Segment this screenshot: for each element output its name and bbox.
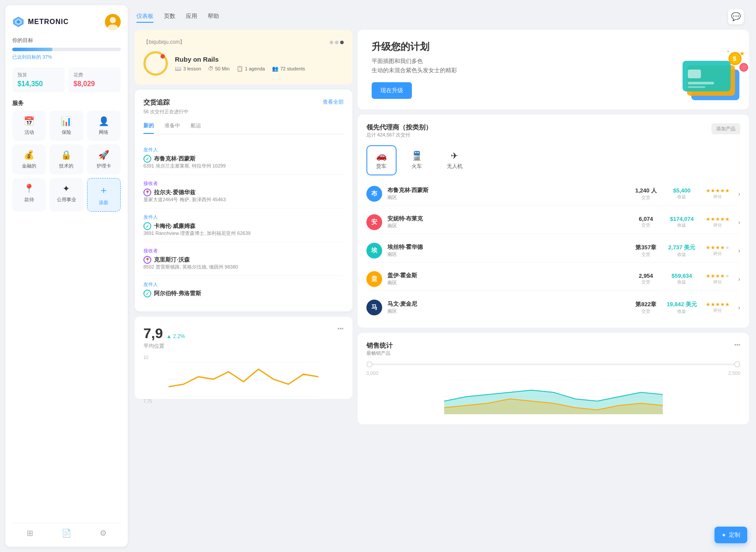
nav-pages[interactable]: 页数 xyxy=(164,10,175,23)
stats-main: 7,9 ▲ 2.2% 平均位置 xyxy=(143,325,185,350)
upgrade-button[interactable]: 现在升级 xyxy=(372,82,412,99)
agent-name-1: 布鲁克林·西蒙斯 xyxy=(387,186,626,194)
agent-trans-lbl-1: 交货 xyxy=(631,195,661,201)
agent-trans-val-4: 2,954 xyxy=(631,273,661,279)
service-item-insurance[interactable]: 📊 保险 xyxy=(49,111,83,141)
agenda-text: 1 agenda xyxy=(245,66,265,71)
agent-arrow-2[interactable]: › xyxy=(738,219,740,226)
spend-card: 花费 $8,029 xyxy=(68,67,121,92)
svg-rect-12 xyxy=(688,70,701,78)
document-icon[interactable]: 📄 xyxy=(62,528,71,538)
customize-button[interactable]: ✦ 定制 xyxy=(714,527,747,543)
tech-label: 技术的 xyxy=(59,163,73,169)
agent-trans-lbl-5: 交货 xyxy=(631,308,661,314)
settings-icon[interactable]: ⚙ xyxy=(100,528,107,538)
sales-more-icon[interactable]: ••• xyxy=(734,342,740,348)
time-text: 50 Min xyxy=(215,66,230,71)
delivery-item-1: 发件人 ✓ 布鲁克林·西蒙斯 6391 埃尔兰圭塞莱斯, 特拉华州 10299 xyxy=(143,141,344,175)
agent-trans-5: 第822章 交货 xyxy=(631,300,661,314)
agent-arrow-3[interactable]: › xyxy=(738,247,740,254)
sales-title-group: 销售统计 最畅销产品 xyxy=(366,342,393,362)
upgrade-illustration: $ ★ ✦ xyxy=(665,43,735,96)
course-url: 【biqubiqu.com】 xyxy=(143,38,185,46)
service-item-tech[interactable]: 🔒 技术的 xyxy=(49,144,83,175)
y-mid: 7.75 xyxy=(143,399,152,404)
chat-icon[interactable]: 💬 xyxy=(728,9,744,24)
agent-arrow-1[interactable]: › xyxy=(738,190,740,197)
agent-tab-truck[interactable]: 🚗 货车 xyxy=(366,145,397,175)
delivery-item-4: 接收者 📍 克里斯汀·沃森 8502 普雷斯顿路, 英格尔伍德, 缅因州 983… xyxy=(143,242,344,276)
delivery-title: 交货追踪 xyxy=(143,98,170,107)
service-item-network[interactable]: 👤 网络 xyxy=(87,111,121,141)
view-all-btn[interactable]: 查看全部 xyxy=(323,98,344,106)
course-content: Ruby on Rails 📖 3 lesson ⏱ 50 Min xyxy=(143,51,344,76)
add-product-button[interactable]: 添加产品 xyxy=(711,123,740,134)
agent-avatar-inner-5: 马 xyxy=(366,300,382,315)
slider-handle-right[interactable] xyxy=(734,361,740,367)
truck-label: 货车 xyxy=(376,163,387,170)
meta-lessons: 📖 3 lesson xyxy=(175,66,201,72)
sales-slider[interactable] xyxy=(366,363,741,365)
rating-lbl-1: 评分 xyxy=(702,194,733,200)
stars-2: ★★★★★ xyxy=(702,216,733,222)
agent-region-3: 南区 xyxy=(387,251,626,258)
budget-row: 预算 $14,350 花费 $8,029 xyxy=(12,67,121,92)
train-label: 火车 xyxy=(411,163,422,170)
sales-card: 销售统计 最畅销产品 ••• 3,000 2,500 xyxy=(358,333,749,424)
slider-handle-left[interactable] xyxy=(366,361,373,367)
main-content: 仪表板 页数 应用 帮助 💬 【biqubiqu.com】 xyxy=(133,0,756,552)
agent-avatar-inner-3: 埃 xyxy=(366,243,382,259)
service-item-care[interactable]: 🚀 护理卡 xyxy=(87,144,121,175)
sales-header: 销售统计 最畅销产品 ••• xyxy=(366,342,741,362)
user-avatar[interactable] xyxy=(105,14,121,30)
agent-name-5: 马文·麦金尼 xyxy=(387,300,626,308)
train-icon: 🚆 xyxy=(411,150,422,161)
logo-icon xyxy=(12,16,24,28)
agent-row-2: 安 安妮特·布莱克 南区 6,074 交货 $174,074 收益 xyxy=(366,211,741,234)
tab-shipping[interactable]: 船运 xyxy=(191,122,201,134)
role-2: 接收者 xyxy=(143,180,344,187)
nav-apps[interactable]: 应用 xyxy=(186,10,197,23)
care-icon: 🚀 xyxy=(98,150,109,160)
agent-trans-3: 第357章 交货 xyxy=(631,244,661,258)
stats-more-icon[interactable]: ••• xyxy=(338,325,344,332)
agent-rev-val-1: $5,400 xyxy=(666,187,697,194)
customize-label: 定制 xyxy=(729,531,740,539)
agent-info-2: 安妮特·布莱克 南区 xyxy=(387,215,626,229)
tab-new[interactable]: 新的 xyxy=(143,122,154,134)
dot-2 xyxy=(335,41,338,44)
utility-label: 公用事业 xyxy=(57,196,76,203)
agent-rev-val-5: 19,842 美元 xyxy=(666,300,697,308)
y-max: 10 xyxy=(143,355,148,360)
addr-4: 8502 普雷斯顿路, 英格尔伍德, 缅因州 98380 xyxy=(143,264,344,270)
nav-right: 💬 xyxy=(728,9,744,24)
addr-2: 显家大道2464号 梅萨, 新泽西州 45463 xyxy=(143,196,344,203)
left-column: 【biqubiqu.com】 Ruby on Rails 📖 xyxy=(135,30,352,545)
agent-avatar-inner-4: 盖 xyxy=(366,271,382,287)
agent-arrow-5[interactable]: › xyxy=(738,304,740,311)
tab-preparing[interactable]: 准备中 xyxy=(164,122,180,134)
agent-avatar-2: 安 xyxy=(366,214,382,230)
service-item-activity[interactable]: 📅 活动 xyxy=(12,111,46,141)
upgrade-title: 升级您的计划 xyxy=(372,40,457,53)
dot-3 xyxy=(340,41,344,44)
service-item-add[interactable]: ＋ 添新 xyxy=(87,178,121,212)
agent-arrow-4[interactable]: › xyxy=(738,276,740,283)
nav-dashboard[interactable]: 仪表板 xyxy=(136,10,153,23)
agent-row-3: 埃 埃丝特·霍华德 南区 第357章 交货 2,737 美元 收益 xyxy=(366,239,741,262)
agent-tab-train[interactable]: 🚆 火车 xyxy=(402,145,432,175)
agent-tab-drone[interactable]: ✈ 无人机 xyxy=(437,145,472,175)
service-item-hospitality[interactable]: 📍 款待 xyxy=(12,178,46,212)
drone-label: 无人机 xyxy=(447,163,463,170)
svg-text:✦: ✦ xyxy=(726,49,730,54)
nav-help[interactable]: 帮助 xyxy=(208,10,219,23)
layers-icon[interactable]: ⊞ xyxy=(27,528,33,538)
agent-rating-2: ★★★★★ 评分 xyxy=(702,216,733,228)
progress-fill xyxy=(12,48,52,51)
service-item-finance[interactable]: 💰 金融的 xyxy=(12,144,46,175)
sales-y-max: 3,000 xyxy=(366,370,379,376)
role-3: 发件人 xyxy=(143,214,344,220)
stats-header: 7,9 ▲ 2.2% 平均位置 ••• xyxy=(143,325,344,350)
agent-region-2: 南区 xyxy=(387,223,626,229)
service-item-utility[interactable]: ✦ 公用事业 xyxy=(49,178,83,212)
